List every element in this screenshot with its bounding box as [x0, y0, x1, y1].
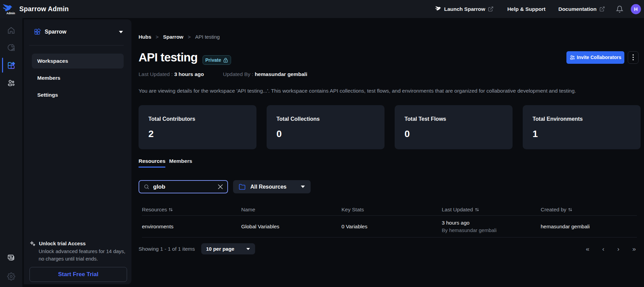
svg-text:Admin: Admin	[6, 12, 15, 15]
